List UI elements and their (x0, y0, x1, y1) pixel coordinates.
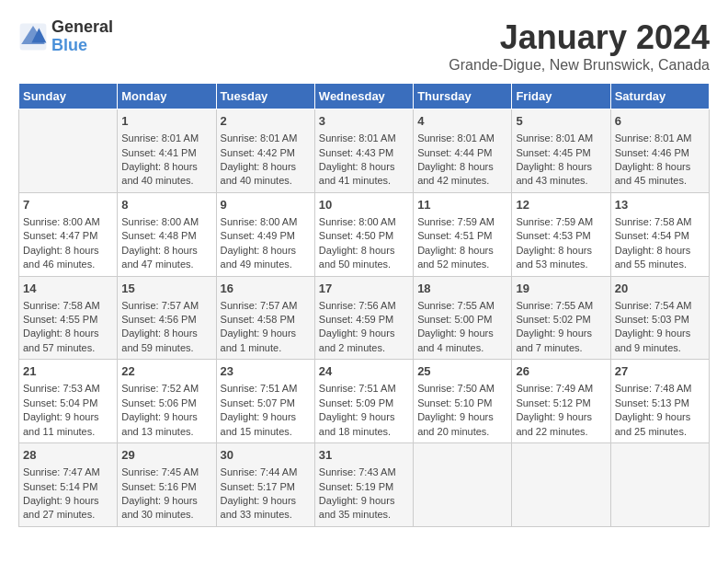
day-info: Sunset: 4:45 PM (516, 146, 606, 160)
day-info: Sunset: 5:06 PM (121, 396, 211, 410)
calendar-day-cell: 25Sunrise: 7:50 AMSunset: 5:10 PMDayligh… (414, 360, 512, 443)
day-info: Daylight: 9 hours (516, 410, 606, 424)
page-header: General Blue January 2024 Grande-Digue, … (18, 18, 710, 74)
day-info: Sunrise: 7:59 AM (417, 215, 507, 229)
day-info: and 55 minutes. (615, 258, 705, 271)
day-number: 30 (221, 447, 311, 464)
day-info: Sunrise: 7:50 AM (417, 382, 507, 396)
calendar-day-cell: 2Sunrise: 8:01 AMSunset: 4:42 PMDaylight… (216, 109, 314, 193)
day-info: Sunrise: 7:52 AM (121, 382, 211, 396)
calendar-day-cell: 23Sunrise: 7:51 AMSunset: 5:07 PMDayligh… (216, 360, 314, 443)
day-info: Sunrise: 8:01 AM (516, 132, 606, 145)
day-number: 3 (319, 113, 409, 130)
day-info: Sunset: 4:51 PM (417, 229, 507, 243)
day-info: Sunrise: 7:49 AM (516, 382, 606, 396)
day-info: Sunset: 5:09 PM (319, 396, 409, 410)
day-info: Sunset: 4:46 PM (615, 146, 705, 160)
day-info: and 9 minutes. (615, 341, 705, 355)
day-info: Sunrise: 7:59 AM (516, 215, 606, 229)
day-info: Sunrise: 7:47 AM (23, 465, 113, 479)
day-info: and 20 minutes. (417, 425, 507, 439)
calendar-day-cell: 6Sunrise: 8:01 AMSunset: 4:46 PMDaylight… (610, 109, 709, 193)
day-info: Daylight: 8 hours (615, 160, 705, 174)
day-number: 29 (121, 447, 211, 464)
day-number: 21 (23, 363, 113, 380)
day-info: Sunrise: 7:51 AM (319, 382, 409, 396)
day-number: 13 (615, 197, 705, 213)
calendar-day-cell: 11Sunrise: 7:59 AMSunset: 4:51 PMDayligh… (414, 192, 512, 276)
day-info: Sunrise: 8:00 AM (23, 215, 113, 229)
day-info: Sunset: 4:48 PM (121, 229, 211, 243)
day-number: 25 (417, 363, 507, 380)
day-number: 27 (615, 363, 705, 380)
day-info: and 53 minutes. (516, 258, 606, 271)
day-number: 11 (417, 197, 507, 213)
calendar-day-cell: 26Sunrise: 7:49 AMSunset: 5:12 PMDayligh… (512, 360, 610, 443)
calendar-day-cell: 3Sunrise: 8:01 AMSunset: 4:43 PMDaylight… (314, 109, 413, 193)
calendar-day-cell: 21Sunrise: 7:53 AMSunset: 5:04 PMDayligh… (19, 360, 118, 443)
day-info: Sunrise: 7:58 AM (615, 215, 705, 229)
day-info: Daylight: 8 hours (615, 244, 705, 258)
day-info: Sunset: 5:16 PM (121, 480, 211, 494)
day-info: Sunset: 4:55 PM (23, 313, 113, 327)
day-info: and 15 minutes. (221, 425, 311, 439)
calendar-day-cell: 12Sunrise: 7:59 AMSunset: 4:53 PMDayligh… (512, 192, 610, 276)
calendar-subtitle: Grande-Digue, New Brunswick, Canada (449, 57, 710, 74)
day-info: and 2 minutes. (319, 341, 409, 355)
day-number: 31 (319, 447, 409, 464)
day-info: Sunrise: 8:01 AM (221, 132, 311, 145)
calendar-day-cell: 1Sunrise: 8:01 AMSunset: 4:41 PMDaylight… (118, 109, 216, 193)
calendar-day-cell (414, 443, 512, 527)
calendar-week-row: 1Sunrise: 8:01 AMSunset: 4:41 PMDaylight… (19, 109, 710, 193)
day-info: Daylight: 8 hours (121, 160, 211, 174)
day-info: Daylight: 8 hours (417, 244, 507, 258)
day-info: Sunrise: 8:00 AM (121, 215, 211, 229)
day-info: Daylight: 9 hours (417, 410, 507, 424)
calendar-day-cell: 31Sunrise: 7:43 AMSunset: 5:19 PMDayligh… (314, 443, 413, 527)
calendar-day-cell: 4Sunrise: 8:01 AMSunset: 4:44 PMDaylight… (414, 109, 512, 193)
day-info: Sunset: 4:49 PM (221, 229, 311, 243)
day-info: and 49 minutes. (221, 258, 311, 271)
day-info: and 7 minutes. (516, 341, 606, 355)
day-number: 14 (23, 281, 113, 297)
day-info: Daylight: 8 hours (221, 160, 311, 174)
day-info: Daylight: 9 hours (221, 410, 311, 424)
day-info: Daylight: 9 hours (23, 494, 113, 508)
day-number: 8 (121, 197, 211, 213)
day-info: Daylight: 8 hours (221, 244, 311, 258)
day-info: Daylight: 8 hours (417, 160, 507, 174)
day-info: Daylight: 9 hours (319, 410, 409, 424)
day-number: 1 (121, 113, 211, 130)
day-info: and 45 minutes. (615, 174, 705, 188)
calendar-day-cell: 5Sunrise: 8:01 AMSunset: 4:45 PMDaylight… (512, 109, 610, 193)
weekday-header-row: SundayMondayTuesdayWednesdayThursdayFrid… (19, 84, 710, 109)
day-info: Sunset: 4:58 PM (221, 313, 311, 327)
day-info: and 27 minutes. (23, 508, 113, 522)
day-number: 4 (417, 113, 507, 130)
day-info: Sunrise: 7:48 AM (615, 382, 705, 396)
calendar-day-cell (610, 443, 709, 527)
day-info: Sunrise: 8:00 AM (319, 215, 409, 229)
day-info: Daylight: 9 hours (121, 410, 211, 424)
weekday-header-wednesday: Wednesday (314, 84, 413, 109)
day-info: Sunrise: 8:01 AM (121, 132, 211, 145)
day-info: and 13 minutes. (121, 425, 211, 439)
day-info: Daylight: 8 hours (516, 244, 606, 258)
day-number: 2 (221, 113, 311, 130)
day-info: Sunset: 4:44 PM (417, 146, 507, 160)
calendar-day-cell: 30Sunrise: 7:44 AMSunset: 5:17 PMDayligh… (216, 443, 314, 527)
day-info: Daylight: 8 hours (23, 244, 113, 258)
day-number: 12 (516, 197, 606, 213)
calendar-day-cell: 24Sunrise: 7:51 AMSunset: 5:09 PMDayligh… (314, 360, 413, 443)
weekday-header-thursday: Thursday (414, 84, 512, 109)
day-info: Sunset: 4:56 PM (121, 313, 211, 327)
day-info: Daylight: 9 hours (319, 494, 409, 508)
calendar-day-cell: 18Sunrise: 7:55 AMSunset: 5:00 PMDayligh… (414, 276, 512, 360)
day-info: and 18 minutes. (319, 425, 409, 439)
logo: General Blue (18, 18, 113, 55)
day-info: and 40 minutes. (121, 174, 211, 188)
day-info: and 59 minutes. (121, 341, 211, 355)
day-info: and 50 minutes. (319, 258, 409, 271)
day-info: and 25 minutes. (615, 425, 705, 439)
day-info: and 33 minutes. (221, 508, 311, 522)
